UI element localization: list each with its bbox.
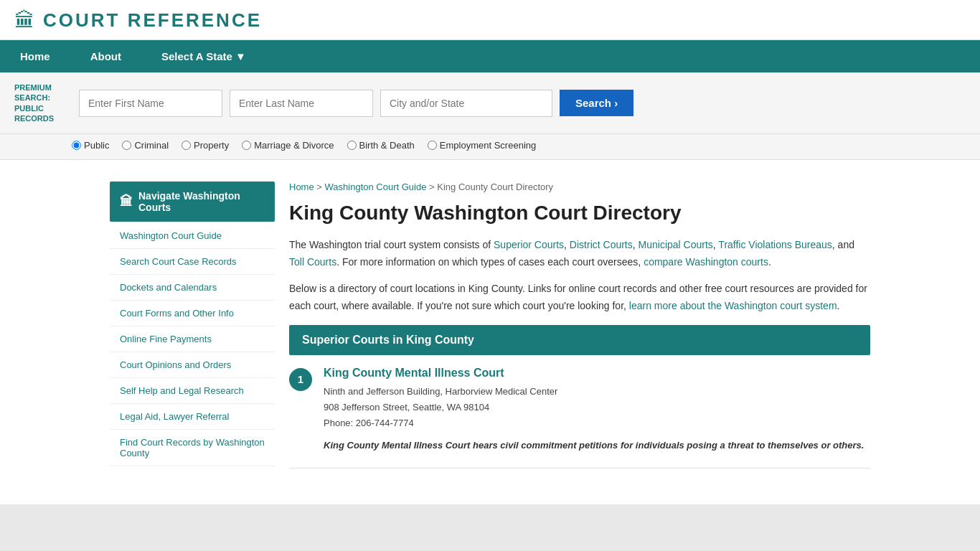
radio-property[interactable]: Property [182, 140, 229, 151]
sidebar-item-guide[interactable]: Washington Court Guide [110, 223, 275, 249]
search-button[interactable]: Search › [560, 90, 633, 116]
superior-courts-header: Superior Courts in King County [289, 325, 870, 355]
site-title: COURT REFERENCE [43, 9, 262, 32]
court-name-1[interactable]: King County Mental Illness Court [324, 367, 864, 380]
breadcrumb-current: King County Court Directory [437, 182, 553, 192]
breadcrumb-guide[interactable]: Washington Court Guide [325, 182, 427, 192]
link-learn-more[interactable]: learn more about the Washington court sy… [629, 300, 837, 311]
content-area: Home > Washington Court Guide > King Cou… [289, 182, 870, 483]
sidebar-item-fine-payments[interactable]: Online Fine Payments [110, 326, 275, 352]
nav-home[interactable]: Home [0, 40, 70, 72]
main-content: 🏛 Navigate Washington Courts Washington … [95, 167, 885, 497]
court-description-1: King County Mental Illness Court hears c… [324, 438, 864, 453]
breadcrumb-home[interactable]: Home [289, 182, 314, 192]
link-compare-courts[interactable]: compare Washington courts [644, 256, 768, 268]
page-title: King County Washington Court Directory [289, 201, 870, 225]
link-district-courts[interactable]: District Courts [570, 239, 633, 250]
navbar: Home About Select A State ▼ [0, 40, 980, 72]
court-icon: 🏛 [120, 194, 133, 209]
link-toll-courts[interactable]: Toll Courts [289, 256, 336, 268]
radio-birth[interactable]: Birth & Death [347, 140, 415, 151]
city-state-input[interactable] [380, 90, 552, 117]
sidebar-item-search-records[interactable]: Search Court Case Records [110, 249, 275, 275]
intro-para2: Below is a directory of court locations … [289, 281, 870, 315]
radio-criminal[interactable]: Criminal [122, 140, 169, 151]
radio-public[interactable]: Public [72, 140, 109, 151]
nav-about[interactable]: About [70, 40, 141, 72]
court-number-1: 1 [289, 368, 312, 391]
sidebar-item-navigate[interactable]: 🏛 Navigate Washington Courts [110, 182, 275, 222]
court-address-1: Ninth and Jefferson Building, Harborview… [324, 384, 864, 431]
nav-select-state[interactable]: Select A State ▼ [141, 40, 266, 72]
search-bar: PREMIUM SEARCH: PUBLIC RECORDS Search › [0, 72, 980, 134]
breadcrumb-sep2: > [429, 182, 437, 192]
record-type-radios: Public Criminal Property Marriage & Divo… [0, 134, 980, 160]
intro-para1: The Washington trial court system consis… [289, 237, 870, 271]
sidebar-item-dockets[interactable]: Dockets and Calendars [110, 275, 275, 301]
last-name-input[interactable] [230, 90, 373, 117]
logo-icon: 🏛 [14, 9, 34, 32]
sidebar-item-selfhelp[interactable]: Self Help and Legal Research [110, 378, 275, 404]
first-name-input[interactable] [79, 90, 222, 117]
sidebar-active-label: Navigate Washington Courts [138, 190, 265, 213]
search-label: PREMIUM SEARCH: PUBLIC RECORDS [14, 83, 72, 123]
court-details-1: King County Mental Illness Court Ninth a… [324, 367, 864, 453]
breadcrumb: Home > Washington Court Guide > King Cou… [289, 182, 870, 192]
link-traffic-violations[interactable]: Traffic Violations Bureaus [718, 239, 832, 250]
radio-employment[interactable]: Employment Screening [428, 140, 536, 151]
sidebar: 🏛 Navigate Washington Courts Washington … [110, 182, 275, 483]
sidebar-item-forms[interactable]: Court Forms and Other Info [110, 301, 275, 326]
link-municipal-courts[interactable]: Municipal Courts [639, 239, 713, 250]
sidebar-item-legalaid[interactable]: Legal Aid, Lawyer Referral [110, 404, 275, 430]
breadcrumb-sep1: > [316, 182, 324, 192]
link-superior-courts[interactable]: Superior Courts [494, 239, 564, 250]
sidebar-item-opinions[interactable]: Court Opinions and Orders [110, 352, 275, 378]
site-header: 🏛 COURT REFERENCE [0, 0, 980, 40]
sidebar-item-find-records[interactable]: Find Court Records by Washington County [110, 430, 275, 466]
radio-marriage[interactable]: Marriage & Divorce [242, 140, 334, 151]
court-item-1: 1 King County Mental Illness Court Ninth… [289, 367, 870, 468]
